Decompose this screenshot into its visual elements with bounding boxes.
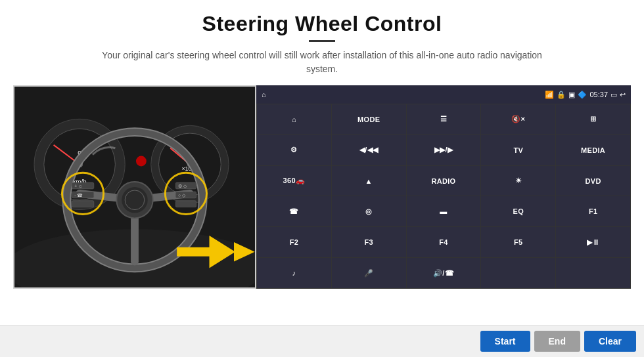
svg-point-13 [136,156,147,167]
content-area: 0 km/h ×1000 [13,85,631,289]
svg-text:-   ☎: - ☎ [74,193,83,198]
ui-btn-next[interactable]: ▶▶/▶ [407,135,481,165]
ui-btn-mute[interactable]: 🔇× [481,104,555,135]
ui-btn-dvd[interactable]: DVD [556,166,630,196]
screen-icon: ▭ [610,91,617,99]
ui-btn-eq[interactable]: EQ [481,196,555,226]
ui-btn-cam360[interactable]: 360🚗 [257,166,331,196]
ui-btn-prev[interactable]: ◀/◀◀ [332,135,406,165]
svg-rect-25 [72,201,94,207]
ui-btn-radio[interactable]: RADIO [407,166,481,196]
ui-btn-eject[interactable]: ▲ [332,166,406,196]
wifi-icon: 📶 [545,91,554,99]
svg-rect-35 [177,247,210,257]
back-icon: ↩ [620,91,626,99]
end-button[interactable]: End [534,331,580,352]
home-icon: ⌂ [262,91,266,98]
ui-btn-playpause[interactable]: ▶⏸ [556,227,630,257]
page-title: Steering Wheel Control [202,12,442,36]
ui-btn-empty1[interactable] [481,258,555,288]
title-divider [309,40,335,42]
svg-text:○  ◇: ○ ◇ [178,193,186,198]
button-grid: ⌂MODE☰🔇×⊞⚙◀/◀◀▶▶/▶TVMEDIA360🚗▲RADIO☀DVD☎… [256,104,631,289]
ui-btn-music[interactable]: ♪ [257,258,331,288]
ui-btn-screen[interactable]: ▬ [407,196,481,226]
action-bar: Start End Clear [0,325,644,357]
lock-icon: 🔒 [557,91,566,99]
time-display: 05:37 [589,91,608,98]
bluetooth-icon: 🔷 [578,91,587,99]
page-subtitle: Your original car's steering wheel contr… [85,49,559,76]
ui-btn-empty2[interactable] [556,258,630,288]
ui-btn-media[interactable]: MEDIA [556,135,630,165]
ui-btn-mode[interactable]: MODE [332,104,406,135]
ui-btn-mic[interactable]: 🎤 [332,258,406,288]
clear-button[interactable]: Clear [584,331,636,352]
ui-btn-nav[interactable]: ⌂ [257,104,331,135]
svg-text:+  ♫: + ♫ [74,184,81,188]
ui-btn-menu[interactable]: ☰ [407,104,481,135]
status-bar: ⌂ 📶 🔒 ▣ 🔷 05:37 ▭ ↩ [256,85,631,104]
page-container: Steering Wheel Control Your original car… [0,0,644,357]
ui-btn-brightness[interactable]: ☀ [481,166,555,196]
status-left: ⌂ [262,91,266,98]
status-right: 📶 🔒 ▣ 🔷 05:37 ▭ ↩ [545,91,626,99]
ui-btn-f5[interactable]: F5 [481,227,555,257]
ui-btn-vol[interactable]: 🔊/☎ [407,258,481,288]
start-button[interactable]: Start [480,331,530,352]
svg-rect-31 [175,201,196,207]
ui-btn-apps[interactable]: ⊞ [556,104,630,135]
svg-point-20 [122,187,147,213]
ui-btn-phone[interactable]: ☎ [257,196,331,226]
ui-btn-f4[interactable]: F4 [407,227,481,257]
ui-panel: ⌂ 📶 🔒 ▣ 🔷 05:37 ▭ ↩ ⌂MODE☰🔇×⊞⚙◀/◀◀▶▶/▶TV… [256,85,631,289]
ui-btn-tv[interactable]: TV [481,135,555,165]
svg-text:⚙  ◇: ⚙ ◇ [178,184,187,188]
steering-wheel-image: 0 km/h ×1000 [13,85,256,289]
ui-btn-browse[interactable]: ◎ [332,196,406,226]
ui-btn-settings[interactable]: ⚙ [257,135,331,165]
ui-btn-f2[interactable]: F2 [257,227,331,257]
sd-icon: ▣ [568,91,575,99]
ui-btn-f1[interactable]: F1 [556,196,630,226]
ui-btn-f3[interactable]: F3 [332,227,406,257]
